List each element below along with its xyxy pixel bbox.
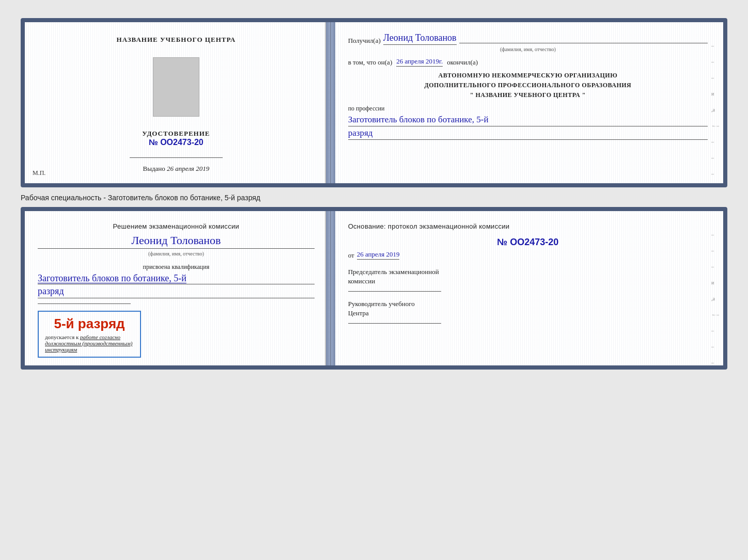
vtom-label: в том, что он(а) bbox=[348, 58, 393, 67]
photo-placeholder bbox=[153, 57, 199, 117]
recipient-name-top: Леонид Толованов bbox=[383, 33, 457, 45]
ruk-text: Руководитель учебного Центра bbox=[348, 299, 708, 318]
ruk-line1: Руководитель учебного bbox=[348, 299, 708, 309]
profession-bottom: Заготовитель блоков по ботанике, 5-й bbox=[38, 273, 315, 284]
dopuskaetsya: допускается к работе согласно должностны… bbox=[45, 334, 134, 353]
top-doc-left: НАЗВАНИЕ УЧЕБНОГО ЦЕНТРА УДОСТОВЕРЕНИЕ №… bbox=[25, 22, 326, 183]
fio-hint-bottom: (фамилия, имя, отчество) bbox=[38, 251, 315, 257]
stamp-number: 5-й разряд bbox=[45, 316, 134, 332]
vydano-row: Выдано 26 апреля 2019 bbox=[143, 165, 209, 173]
po-professii-label: по профессии bbox=[348, 105, 708, 113]
sign-line-1 bbox=[130, 157, 223, 158]
vydano-label: Выдано bbox=[143, 165, 165, 172]
side-marks-bottom: – – – и ,а ←– – – – bbox=[711, 232, 719, 365]
udost-number: № OO2473-20 bbox=[149, 138, 204, 147]
name-dash-line bbox=[459, 43, 708, 43]
okonchil-label: окончил(а) bbox=[447, 58, 478, 67]
vydano-date: 26 апреля 2019 bbox=[167, 165, 209, 172]
separator-text: Рабочая специальность - Заготовитель бло… bbox=[21, 194, 727, 202]
predsed-sign-line bbox=[348, 291, 441, 292]
fio-hint-top: (фамилия, имя, отчество) bbox=[348, 46, 708, 52]
predsed-text: Председатель экзаменационной комиссии bbox=[348, 267, 708, 286]
stamp-box: 5-й разряд допускается к работе согласно… bbox=[38, 311, 141, 358]
ruk-line2: Центра bbox=[348, 309, 708, 318]
poluchil-row: Получил(а) Леонид Толованов bbox=[348, 33, 708, 45]
profession-top: Заготовитель блоков по ботанике, 5-й bbox=[348, 115, 708, 126]
recipient-name-bottom: Леонид Толованов bbox=[38, 234, 315, 249]
spine-1 bbox=[326, 22, 335, 183]
spine-2 bbox=[326, 211, 335, 365]
udost-label: УДОСТОВЕРЕНИЕ bbox=[142, 130, 210, 138]
razryad-bottom: разряд bbox=[38, 286, 315, 298]
vtom-row: в том, что он(а) 26 апреля 2019г. окончи… bbox=[348, 57, 708, 67]
predsed-line2: комиссии bbox=[348, 277, 708, 286]
vtom-date: 26 апреля 2019г. bbox=[396, 57, 443, 67]
ot-row: от 26 апреля 2019 bbox=[348, 250, 708, 260]
mp-label: М.П. bbox=[33, 169, 45, 177]
side-marks-top: – – – и ,а ←– – – – bbox=[711, 43, 719, 177]
osnovanie-text: Основание: протокол экзаменационной коми… bbox=[348, 221, 708, 232]
bottom-doc-left: Решением экзаменационной комиссии Леонид… bbox=[25, 211, 326, 365]
razryad-top: разряд bbox=[348, 128, 708, 140]
sign-line-bottom bbox=[38, 303, 131, 304]
ruk-sign-line bbox=[348, 323, 441, 324]
dopuskaetsya-prefix: допускается к bbox=[45, 334, 79, 340]
org-block: АВТОНОМНУЮ НЕКОММЕРЧЕСКУЮ ОРГАНИЗАЦИЮ ДО… bbox=[348, 71, 708, 101]
page-wrapper: НАЗВАНИЕ УЧЕБНОГО ЦЕНТРА УДОСТОВЕРЕНИЕ №… bbox=[10, 10, 738, 383]
prisvoena-label: присвоена квалификация bbox=[38, 263, 315, 271]
ot-date: 26 апреля 2019 bbox=[357, 250, 400, 260]
ot-label: от bbox=[348, 251, 354, 260]
predsed-line1: Председатель экзаменационной bbox=[348, 267, 708, 277]
org-line3: " НАЗВАНИЕ УЧЕБНОГО ЦЕНТРА " bbox=[348, 90, 708, 100]
protocol-number: № OO2473-20 bbox=[348, 237, 708, 248]
org-line2: ДОПОЛНИТЕЛЬНОГО ПРОФЕССИОНАЛЬНОГО ОБРАЗО… bbox=[348, 81, 708, 90]
bottom-doc-right: Основание: протокол экзаменационной коми… bbox=[335, 211, 723, 365]
top-doc-right: Получил(а) Леонид Толованов (фамилия, им… bbox=[335, 22, 723, 183]
top-doc-center-title: НАЗВАНИЕ УЧЕБНОГО ЦЕНТРА bbox=[117, 35, 236, 44]
poluchil-label: Получил(а) bbox=[348, 37, 381, 45]
bottom-document-card: Решением экзаменационной комиссии Леонид… bbox=[21, 207, 727, 370]
top-document-card: НАЗВАНИЕ УЧЕБНОГО ЦЕНТРА УДОСТОВЕРЕНИЕ №… bbox=[21, 18, 727, 187]
reshen-text: Решением экзаменационной комиссии bbox=[38, 221, 315, 232]
org-line1: АВТОНОМНУЮ НЕКОММЕРЧЕСКУЮ ОРГАНИЗАЦИЮ bbox=[348, 71, 708, 81]
